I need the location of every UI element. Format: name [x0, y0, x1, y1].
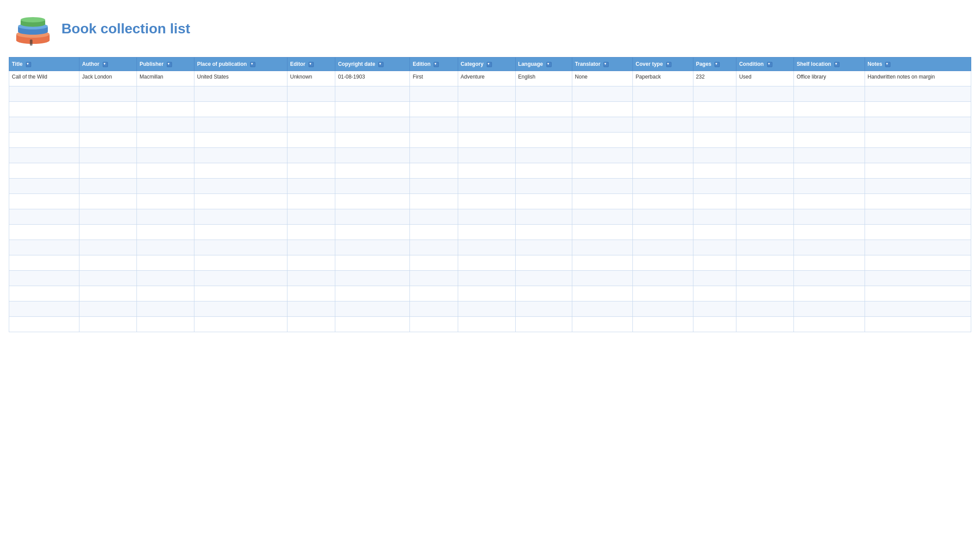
cell-empty-9-8[interactable] [515, 225, 572, 240]
cell-title-0[interactable]: Call of the Wild [9, 71, 79, 86]
cell-empty-2-10[interactable] [633, 117, 693, 133]
cell-empty-7-0[interactable] [9, 194, 79, 209]
cell-empty-14-2[interactable] [137, 301, 194, 317]
cell-empty-0-3[interactable] [194, 86, 287, 102]
cell-empty-3-3[interactable] [194, 133, 287, 148]
cell-empty-10-10[interactable] [633, 240, 693, 255]
cell-empty-6-12[interactable] [736, 179, 794, 194]
filter-translator[interactable] [603, 62, 609, 67]
cell-empty-0-2[interactable] [137, 86, 194, 102]
cell-publisher-0[interactable]: Macmillan [137, 71, 194, 86]
filter-place[interactable] [250, 62, 255, 67]
cell-empty-4-12[interactable] [736, 148, 794, 163]
cell-empty-14-8[interactable] [515, 301, 572, 317]
cell-empty-5-4[interactable] [287, 163, 335, 179]
cell-empty-11-8[interactable] [515, 255, 572, 271]
cell-empty-9-6[interactable] [410, 225, 458, 240]
cell-empty-8-13[interactable] [794, 209, 865, 225]
filter-editor[interactable] [309, 62, 314, 67]
cell-empty-3-14[interactable] [865, 133, 971, 148]
cell-empty-3-1[interactable] [79, 133, 137, 148]
cell-empty-4-4[interactable] [287, 148, 335, 163]
cell-empty-9-14[interactable] [865, 225, 971, 240]
cell-empty-11-9[interactable] [572, 255, 633, 271]
cell-empty-13-4[interactable] [287, 286, 335, 301]
cell-empty-0-9[interactable] [572, 86, 633, 102]
cell-translator-0[interactable]: None [572, 71, 633, 86]
cell-empty-8-6[interactable] [410, 209, 458, 225]
cell-empty-3-10[interactable] [633, 133, 693, 148]
cell-empty-1-9[interactable] [572, 102, 633, 117]
cell-empty-14-1[interactable] [79, 301, 137, 317]
cell-empty-14-3[interactable] [194, 301, 287, 317]
cell-empty-0-0[interactable] [9, 86, 79, 102]
filter-notes[interactable] [885, 62, 890, 67]
cell-empty-0-6[interactable] [410, 86, 458, 102]
cell-empty-15-7[interactable] [458, 317, 515, 332]
cell-empty-1-11[interactable] [693, 102, 736, 117]
cell-empty-12-10[interactable] [633, 271, 693, 286]
cell-empty-12-3[interactable] [194, 271, 287, 286]
cell-empty-1-8[interactable] [515, 102, 572, 117]
cell-empty-15-3[interactable] [194, 317, 287, 332]
cell-empty-12-14[interactable] [865, 271, 971, 286]
cell-empty-4-9[interactable] [572, 148, 633, 163]
cell-empty-9-7[interactable] [458, 225, 515, 240]
cell-empty-0-14[interactable] [865, 86, 971, 102]
cell-empty-5-12[interactable] [736, 163, 794, 179]
cell-empty-1-12[interactable] [736, 102, 794, 117]
cell-empty-10-1[interactable] [79, 240, 137, 255]
cell-empty-7-11[interactable] [693, 194, 736, 209]
cell-empty-13-3[interactable] [194, 286, 287, 301]
cell-empty-9-1[interactable] [79, 225, 137, 240]
cell-empty-15-4[interactable] [287, 317, 335, 332]
cell-condition-0[interactable]: Used [736, 71, 794, 86]
cell-empty-8-14[interactable] [865, 209, 971, 225]
cell-empty-8-2[interactable] [137, 209, 194, 225]
cell-empty-1-14[interactable] [865, 102, 971, 117]
cell-empty-8-0[interactable] [9, 209, 79, 225]
cell-empty-4-3[interactable] [194, 148, 287, 163]
cell-empty-13-8[interactable] [515, 286, 572, 301]
cell-empty-5-13[interactable] [794, 163, 865, 179]
cell-empty-6-2[interactable] [137, 179, 194, 194]
cell-empty-15-10[interactable] [633, 317, 693, 332]
cell-empty-0-5[interactable] [335, 86, 410, 102]
cell-empty-0-13[interactable] [794, 86, 865, 102]
cell-empty-4-6[interactable] [410, 148, 458, 163]
cell-empty-12-2[interactable] [137, 271, 194, 286]
cell-empty-2-2[interactable] [137, 117, 194, 133]
cell-empty-2-0[interactable] [9, 117, 79, 133]
cell-empty-14-5[interactable] [335, 301, 410, 317]
cell-empty-13-0[interactable] [9, 286, 79, 301]
cell-empty-7-5[interactable] [335, 194, 410, 209]
cell-empty-1-2[interactable] [137, 102, 194, 117]
cell-empty-14-4[interactable] [287, 301, 335, 317]
cell-empty-0-11[interactable] [693, 86, 736, 102]
cell-empty-11-11[interactable] [693, 255, 736, 271]
cell-empty-10-12[interactable] [736, 240, 794, 255]
cell-empty-8-3[interactable] [194, 209, 287, 225]
cell-empty-13-5[interactable] [335, 286, 410, 301]
cell-empty-5-2[interactable] [137, 163, 194, 179]
filter-pages[interactable] [714, 62, 720, 67]
cell-empty-8-10[interactable] [633, 209, 693, 225]
cell-empty-2-13[interactable] [794, 117, 865, 133]
cell-empty-5-0[interactable] [9, 163, 79, 179]
cell-empty-3-2[interactable] [137, 133, 194, 148]
cell-empty-5-6[interactable] [410, 163, 458, 179]
cell-empty-3-0[interactable] [9, 133, 79, 148]
cell-empty-5-5[interactable] [335, 163, 410, 179]
cell-empty-1-5[interactable] [335, 102, 410, 117]
cell-empty-3-8[interactable] [515, 133, 572, 148]
cell-empty-6-7[interactable] [458, 179, 515, 194]
cell-empty-15-0[interactable] [9, 317, 79, 332]
cell-editor-0[interactable]: Unknown [287, 71, 335, 86]
cell-empty-14-14[interactable] [865, 301, 971, 317]
cell-empty-5-14[interactable] [865, 163, 971, 179]
cell-empty-10-6[interactable] [410, 240, 458, 255]
cell-empty-3-6[interactable] [410, 133, 458, 148]
cell-author-0[interactable]: Jack London [79, 71, 137, 86]
cell-empty-2-6[interactable] [410, 117, 458, 133]
cell-empty-12-5[interactable] [335, 271, 410, 286]
